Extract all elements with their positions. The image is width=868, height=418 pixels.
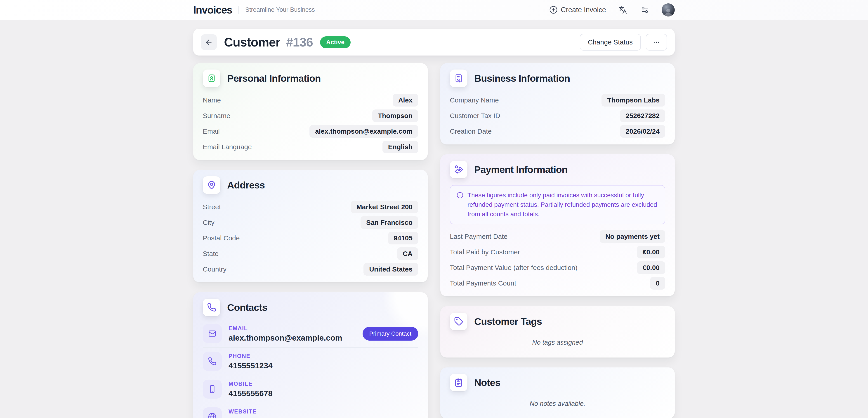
address-card: Address Street Market Street 200 City Sa… [193, 170, 428, 282]
info-row: Email alex.thompson@example.com [203, 125, 418, 138]
contact-item-phone: PHONE 4155551234 [203, 347, 418, 375]
contact-value-mobile: 4155555678 [228, 389, 273, 398]
info-row: Street Market Street 200 [203, 201, 418, 213]
row-value: English [382, 141, 418, 153]
personal-information-card: Personal Information Name Alex Surname T… [193, 63, 428, 160]
row-label: Country [203, 266, 226, 273]
row-label: Surname [203, 112, 230, 119]
card-title: Contacts [227, 302, 268, 313]
card-title: Business Information [474, 73, 570, 84]
row-value: No payments yet [600, 230, 665, 243]
primary-contact-badge: Primary Contact [363, 327, 418, 341]
info-row: Surname Thompson [203, 109, 418, 122]
phone-icon [203, 352, 222, 371]
page-title: Customer [224, 35, 280, 49]
languages-icon [619, 6, 627, 14]
row-label: Street [203, 203, 221, 211]
info-row: State CA [203, 247, 418, 260]
more-options-button[interactable] [646, 34, 667, 50]
row-label: State [203, 250, 219, 257]
settings-button[interactable] [640, 5, 650, 15]
row-value: 94105 [388, 232, 418, 244]
create-invoice-label: Create Invoice [561, 6, 606, 14]
info-row: Customer Tax ID 252627282 [450, 109, 665, 122]
row-label: Creation Date [450, 128, 492, 135]
contact-value-website[interactable]: https://thompson-labs.com [228, 417, 330, 418]
globe-icon [203, 407, 222, 418]
payment-information-card: Payment Information These figures includ… [440, 154, 675, 297]
payment-notice: These figures include only paid invoices… [450, 185, 665, 224]
app-tagline: Streamline Your Business [245, 6, 315, 13]
row-label: Last Payment Date [450, 233, 507, 240]
row-value: 0 [650, 277, 665, 289]
card-title: Customer Tags [474, 316, 542, 327]
ellipsis-icon [653, 38, 660, 46]
app-logo[interactable]: Invoices [193, 4, 232, 16]
info-row: Total Payment Value (after fees deductio… [450, 262, 665, 274]
contact-item-mobile: MOBILE 4155555678 [203, 375, 418, 403]
contact-type: WEBSITE [228, 408, 330, 415]
map-pin-icon [203, 176, 220, 194]
id-card-icon [203, 70, 220, 87]
user-avatar[interactable] [662, 3, 675, 16]
notes-card: Notes No notes available. [440, 368, 675, 418]
contact-type: PHONE [228, 353, 273, 359]
sliders-icon [641, 6, 649, 14]
row-value: €0.00 [637, 262, 665, 274]
customer-number: #136 [286, 35, 313, 49]
row-value: Alex [393, 94, 418, 107]
contact-item-website: WEBSITE https://thompson-labs.com [203, 403, 418, 418]
card-title: Address [227, 180, 265, 191]
row-value: €0.00 [637, 246, 665, 258]
app-header: Invoices Streamline Your Business Create… [0, 0, 868, 20]
tags-empty-state: No tags assigned [450, 333, 665, 351]
row-label: City [203, 219, 215, 227]
row-value: 252627282 [620, 109, 665, 122]
business-information-card: Business Information Company Name Thomps… [440, 63, 675, 144]
hand-coins-icon [450, 161, 467, 178]
row-value: CA [397, 247, 418, 260]
row-label: Total Payments Count [450, 279, 516, 287]
info-row: Company Name Thompson Labs [450, 94, 665, 107]
payment-notice-text: These figures include only paid invoices… [467, 190, 658, 219]
row-value: Market Street 200 [351, 201, 418, 213]
notes-empty-state: No notes available. [450, 394, 665, 412]
row-label: Postal Code [203, 234, 240, 242]
building-icon [450, 70, 467, 87]
contacts-card: Contacts EMAIL alex.thompson@example.com… [193, 292, 428, 418]
row-label: Customer Tax ID [450, 112, 500, 119]
change-status-button[interactable]: Change Status [580, 34, 641, 50]
row-label: Total Paid by Customer [450, 248, 520, 256]
create-invoice-button[interactable]: Create Invoice [549, 6, 606, 14]
info-icon [457, 192, 463, 219]
arrow-left-icon [205, 38, 213, 46]
row-label: Total Payment Value (after fees deductio… [450, 264, 578, 272]
row-label: Email Language [203, 143, 252, 151]
back-button[interactable] [201, 34, 217, 50]
row-value: Thompson [372, 109, 418, 122]
row-label: Company Name [450, 96, 499, 104]
info-row: City San Francisco [203, 216, 418, 229]
info-row: Email Language English [203, 141, 418, 153]
customer-tags-card: Customer Tags No tags assigned [440, 306, 675, 357]
card-title: Notes [474, 377, 500, 388]
notepad-icon [450, 374, 467, 391]
avatar-silhouette-icon [663, 7, 673, 16]
language-button[interactable] [618, 5, 628, 15]
contact-value-email[interactable]: alex.thompson@example.com [228, 334, 342, 342]
row-value: San Francisco [361, 216, 418, 229]
row-value: Thompson Labs [601, 94, 665, 107]
info-row: Total Payments Count 0 [450, 277, 665, 289]
info-row: Total Paid by Customer €0.00 [450, 246, 665, 258]
status-badge: Active [320, 36, 350, 48]
mail-icon [203, 324, 222, 343]
contact-type: EMAIL [228, 325, 342, 332]
row-value: 2026/02/24 [620, 125, 665, 138]
customer-title-bar: Customer #136 Active Change Status [193, 29, 675, 56]
tag-icon [450, 313, 467, 330]
card-title: Personal Information [227, 73, 321, 84]
logo-divider [239, 6, 239, 14]
contact-item-email: EMAIL alex.thompson@example.com Primary … [203, 320, 418, 347]
contact-value-phone: 4155551234 [228, 361, 273, 370]
card-title: Payment Information [474, 164, 567, 175]
